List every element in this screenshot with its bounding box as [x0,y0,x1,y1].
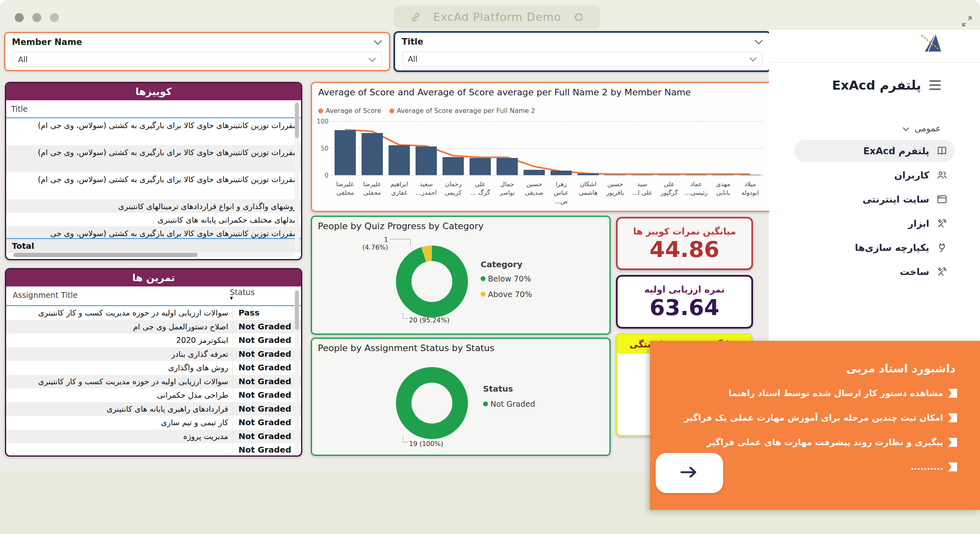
assignment-row[interactable]: سوالات ارزیابی اولیه در حوزه مدیریت کسب … [6,375,301,389]
sidebar-section[interactable]: عمومی [902,124,941,133]
assignment-row[interactable]: کار تیمی و تیم سازیNot Graded [6,416,301,430]
scrollbar-thumb[interactable] [295,103,299,138]
sidebar-item-label: سایت اینترنتی [863,194,929,205]
x-axis-label: اشکانهاشمی [575,180,602,206]
sidebar-brand-row: پلتفرم ExAcd [832,78,941,92]
quiz-row[interactable]: مقررات توزین کانتینرهای حاوی کالا برای ب… [6,172,301,199]
quiz-row[interactable]: مدلهای مختلف حکمرانی پایانه های کانتینری [6,213,301,226]
assignment-status: Not Graded [232,333,301,347]
legend-dot [481,276,486,281]
x-axis-label: علیرضامحفلی [359,180,386,206]
bar-member-4[interactable] [443,157,464,175]
menu-icon[interactable] [929,80,941,90]
sidebar-item[interactable]: یکپارچه سازی‌ها [794,237,955,259]
callout-connector [390,239,411,246]
bar-member-14[interactable] [713,175,734,175]
assignment-row[interactable]: قراردادهای راهبری پایانه های کانتینریNot… [6,402,301,416]
bar-member-5[interactable] [470,158,491,175]
sidebar-item[interactable]: سایت اینترنتی [794,188,955,210]
bar-member-11[interactable] [632,175,653,175]
assignment-row[interactable]: اینکوترمز 2020Not Graded [6,333,301,347]
quiz-horizontal-scrollbar[interactable] [13,252,294,257]
assignment-status: Not Graded [232,388,301,402]
legend-item[interactable]: Average of Score average per Full Name 2 [389,107,535,115]
quiz-column-header[interactable]: Title [6,100,301,118]
bar-member-7[interactable] [524,170,545,175]
quiz-total-row: Total [6,239,301,252]
assignment-vertical-scrollbar[interactable] [294,290,299,453]
bar-member-15[interactable] [739,175,761,175]
column-header-assignment-title[interactable]: Assignment Title [13,291,78,300]
bar-member-10[interactable] [605,175,626,175]
legend-item[interactable]: Above 70% [481,290,532,299]
scrollbar-thumb[interactable] [295,291,299,330]
overlay-title: داشبورد استاد مربی [846,362,955,375]
assignment-row[interactable]: سوالات ارزیابی اولیه در حوزه مدیریت کسب … [6,306,301,320]
legend-item[interactable]: Below 70% [481,274,532,283]
title-dropdown[interactable]: All [402,52,762,66]
chart-legend: Average of ScoreAverage of Score average… [318,107,535,115]
chart-title: People by Assignment Status by Status [318,343,494,353]
legend-item[interactable]: Average of Score [318,107,381,115]
bar-member-3[interactable] [416,146,437,175]
assignment-row[interactable]: طراحی مدل حکمرانیNot Graded [6,388,301,402]
column-header-status[interactable]: Status ▼ [230,288,255,300]
assignment-row[interactable]: اصلاح دستورالعمل وی جی امNot Graded [6,320,301,334]
assignment-row[interactable]: Not Graded [6,443,301,453]
sidebar-item[interactable]: پلتفرم ExAcd [794,140,955,162]
dropdown-value: All [18,55,28,64]
legend-item[interactable]: Not Graded [483,399,535,408]
callout-connector [403,437,408,442]
quiz-row[interactable]: مقررات توزین کانتینرهای حاوی کالا برای ب… [6,226,301,239]
member-name-dropdown[interactable]: All [13,52,382,67]
sort-descending-icon: ▼ [230,297,255,300]
bar-member-6[interactable] [497,158,518,175]
x-axis-label: علیگرگ ... [467,180,494,206]
bar-member-2[interactable] [389,145,410,175]
assignment-row[interactable]: روش های واگذاریNot Graded [6,361,301,375]
assignment-row[interactable]: مدیریت پروژهNot Graded [6,430,301,444]
quiz-progress-donut[interactable] [396,246,468,318]
quiz-row[interactable]: مقررات توزین کانتینرهای حاوی کالا برای ب… [6,145,301,172]
window-close-button[interactable] [15,13,24,22]
assignment-status-donut[interactable] [396,367,468,439]
x-axis-label: ابراهیمغفاری [386,180,413,206]
quiz-row[interactable]: مقررات توزین کانتینرهای حاوی کالا برای ب… [6,118,301,145]
book-open-icon [936,145,948,157]
bar-member-1[interactable] [362,133,383,175]
bar-member-9[interactable] [578,173,599,175]
sidebar-section-label: عمومی [915,124,941,133]
x-axis-label: مهدیبابایی [710,180,737,206]
x-axis-labels: علیرضامحلفیعلیرضامحفلیابراهیمغفاریسعیداح… [332,180,764,206]
bar-member-13[interactable] [686,175,707,175]
x-axis-label: میلادابودوله [737,180,764,206]
chevron-down-icon[interactable] [373,39,382,47]
sidebar-item[interactable]: کاربران [794,164,955,186]
refresh-icon[interactable] [573,12,584,23]
sidebar-item[interactable]: ساخت [794,261,955,283]
page-title: ExcAd Platform Demo [433,11,561,23]
window-maximize-button[interactable] [50,13,59,22]
fullscreen-icon[interactable] [957,12,977,30]
app-window: ExcAd Platform Demo Member Name All Titl… [0,0,980,534]
exacd-logo-icon [918,30,944,56]
bar-member-8[interactable] [551,171,572,175]
bar-member-12[interactable] [659,175,680,175]
quiz-vertical-scrollbar[interactable] [294,102,299,250]
window-minimize-button[interactable] [32,13,41,22]
quiz-row[interactable]: روشهای واگذاری و انواع قراردادهای ترمینا… [6,199,301,213]
assignment-title: مدیریت پروژه [6,430,232,444]
sidebar-item[interactable]: ابزار [794,212,955,234]
scrollbar-thumb[interactable] [13,253,198,257]
assignment-row[interactable]: تعرفه گذاری بنادرNot Graded [6,347,301,361]
x-axis-label: عمادرئیسی... [683,180,710,206]
assignment-status: Not Graded [232,320,301,334]
flag-icon [948,389,957,398]
bar-member-0[interactable] [335,130,356,175]
address-bar[interactable]: ExcAd Platform Demo [394,5,600,29]
bar-plot-area [332,121,764,175]
legend-dot [318,108,323,113]
next-button[interactable] [656,453,723,493]
slice-callout: 1 (4.76%) [360,236,388,251]
chevron-down-icon[interactable] [754,38,763,46]
